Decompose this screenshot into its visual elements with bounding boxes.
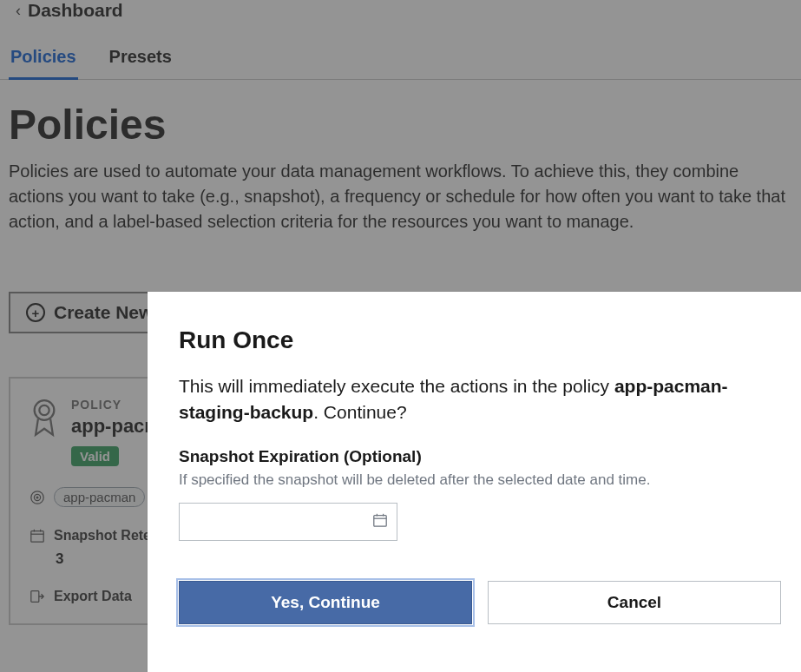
snapshot-expiration-help: If specified the snapshot will be delete… [179, 471, 770, 489]
snapshot-expiration-label: Snapshot Expiration (Optional) [179, 447, 770, 466]
svg-rect-10 [374, 515, 386, 526]
modal-text-suffix: . Continue? [313, 402, 406, 422]
run-once-modal: Run Once This will immediately execute t… [148, 292, 801, 672]
snapshot-expiration-input[interactable] [179, 503, 397, 541]
modal-description: This will immediately execute the action… [179, 373, 770, 426]
modal-text-prefix: This will immediately execute the action… [179, 376, 614, 396]
cancel-button[interactable]: Cancel [488, 581, 781, 624]
calendar-icon [372, 512, 388, 531]
modal-title: Run Once [179, 326, 770, 354]
yes-continue-button[interactable]: Yes, Continue [179, 581, 472, 624]
